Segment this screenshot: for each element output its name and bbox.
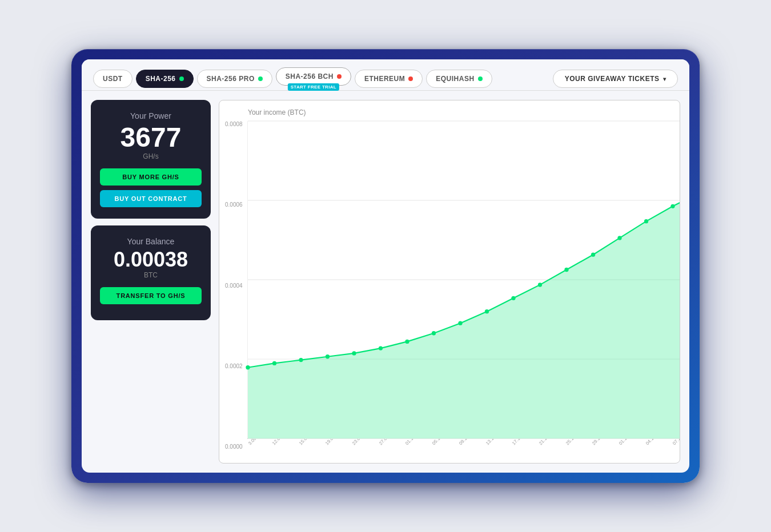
sha256-status-dot — [179, 76, 184, 81]
sha256bch-badge: START FREE TRIAL — [288, 83, 339, 91]
chart-dot — [325, 354, 329, 358]
x-label: 05.10.2019... — [431, 439, 453, 446]
transfer-to-ghs-button[interactable]: TRANSFER TO GH/S — [100, 287, 202, 304]
chart-dot — [511, 296, 515, 300]
chart-dot — [644, 219, 648, 223]
x-label: 12.09.2019... — [271, 439, 294, 446]
tab-equihash-label: EQUIHASH — [436, 75, 474, 83]
x-label: 17.10.2019... — [511, 439, 533, 446]
equihash-status-dot — [478, 76, 483, 81]
balance-card-unit: BTC — [144, 271, 158, 279]
x-label: 23.09.2019... — [351, 439, 374, 446]
chart-dot — [299, 358, 303, 362]
tab-usdt[interactable]: USDT — [93, 70, 132, 88]
buy-out-contract-button[interactable]: BUY OUT CONTRACT — [100, 190, 202, 207]
chart-inner — [247, 121, 680, 439]
chart-dot — [591, 253, 595, 257]
x-labels-row: 3.09.2019... 12.09.2019... 15.09.2019...… — [247, 439, 680, 448]
x-label: 21.10.2019... — [538, 439, 560, 446]
x-label: 01.10.2019... — [404, 439, 427, 446]
chart-dot — [352, 351, 356, 355]
x-label: 07.11.2019... — [672, 439, 680, 446]
device-frame: USDT SHA-256 SHA-256 PRO SHA-256 BCH STA… — [71, 49, 700, 483]
chart-dot — [405, 340, 409, 344]
y-label-4: 0.0000 — [225, 444, 243, 450]
tab-ethereum-label: ETHEREUM — [364, 75, 405, 83]
tab-sha256-label: SHA-256 — [146, 75, 176, 83]
tab-equihash[interactable]: EQUIHASH — [426, 70, 492, 88]
y-label-0: 0.0008 — [225, 121, 243, 127]
x-label: 13.10.2019... — [485, 439, 507, 446]
tab-sha256bch[interactable]: SHA-256 BCH START FREE TRIAL — [276, 67, 351, 86]
chart-dot — [246, 365, 250, 369]
chart-dot — [537, 283, 541, 287]
balance-card-title: Your Balance — [127, 237, 175, 246]
x-axis-labels-container: 3.09.2019... 12.09.2019... 15.09.2019...… — [247, 439, 680, 464]
chart-dot — [272, 361, 276, 365]
x-labels-flex: 3.09.2019... 12.09.2019... 15.09.2019...… — [247, 442, 680, 448]
tab-ethereum[interactable]: ETHEREUM — [355, 70, 423, 88]
sha256bch-status-dot — [337, 74, 342, 79]
x-label: 27.09.2019... — [378, 439, 400, 446]
power-card-title: Your Power — [130, 111, 171, 120]
chart-dot — [564, 268, 568, 272]
chart-area: Your income (BTC) 0.0008 0.0006 0.0004 0… — [219, 100, 680, 464]
balance-card-value: 0.00038 — [114, 249, 188, 270]
chart-title: Your income (BTC) — [225, 108, 672, 116]
x-label: 01.11.2019... — [618, 439, 640, 446]
x-label: 15.09.2019... — [298, 439, 320, 446]
tab-giveaway-label: YOUR GIVEAWAY TICKETS — [565, 75, 660, 83]
x-label: 3.09.2019... — [247, 439, 268, 446]
tabs-bar: USDT SHA-256 SHA-256 PRO SHA-256 BCH STA… — [82, 59, 689, 91]
tab-giveaway[interactable]: YOUR GIVEAWAY TICKETS ▾ — [553, 70, 678, 88]
buy-more-ghs-button[interactable]: BUY MORE GH/S — [100, 168, 202, 186]
power-card-value: 3677 — [121, 124, 182, 151]
tab-sha256[interactable]: SHA-256 — [136, 70, 194, 88]
power-card-unit: GH/s — [143, 152, 158, 160]
main-content: Your Power 3677 GH/s BUY MORE GH/S BUY O… — [82, 91, 689, 473]
tab-sha256pro-label: SHA-256 PRO — [207, 75, 255, 83]
x-label: 09.10.2019... — [458, 439, 480, 446]
chart-dot — [378, 346, 382, 350]
chart-dot — [670, 204, 674, 208]
x-label: 25.10.2019... — [565, 439, 587, 446]
chart-fill — [248, 132, 680, 438]
chart-plot-area: 3.09.2019... 12.09.2019... 15.09.2019...… — [247, 121, 680, 464]
y-axis: 0.0008 0.0006 0.0004 0.0002 0.0000 — [225, 121, 247, 464]
chart-dot — [617, 236, 621, 240]
sha256pro-status-dot — [258, 76, 263, 81]
chart-dot — [458, 321, 462, 325]
y-label-3: 0.0002 — [225, 363, 243, 369]
y-label-1: 0.0006 — [225, 201, 243, 208]
screen: USDT SHA-256 SHA-256 PRO SHA-256 BCH STA… — [82, 59, 689, 473]
tab-sha256pro[interactable]: SHA-256 PRO — [197, 70, 272, 88]
chart-dot — [484, 309, 488, 313]
x-label: 19.09.2019... — [324, 439, 347, 446]
giveaway-chevron-icon: ▾ — [663, 76, 666, 82]
x-label: 04.11.2019... — [645, 439, 667, 446]
chart-svg — [248, 121, 680, 438]
chart-dot — [431, 331, 435, 335]
balance-card: Your Balance 0.00038 BTC TRANSFER TO GH/… — [91, 225, 211, 320]
tab-sha256bch-label: SHA-256 BCH — [286, 72, 334, 80]
y-label-2: 0.0004 — [225, 283, 243, 289]
tab-usdt-label: USDT — [103, 75, 123, 83]
power-card: Your Power 3677 GH/s BUY MORE GH/S BUY O… — [91, 100, 211, 219]
ethereum-status-dot — [408, 76, 413, 81]
x-label: 29.10.2019... — [591, 439, 613, 446]
chart-container: 0.0008 0.0006 0.0004 0.0002 0.0000 — [225, 121, 672, 464]
left-panel: Your Power 3677 GH/s BUY MORE GH/S BUY O… — [91, 100, 211, 464]
